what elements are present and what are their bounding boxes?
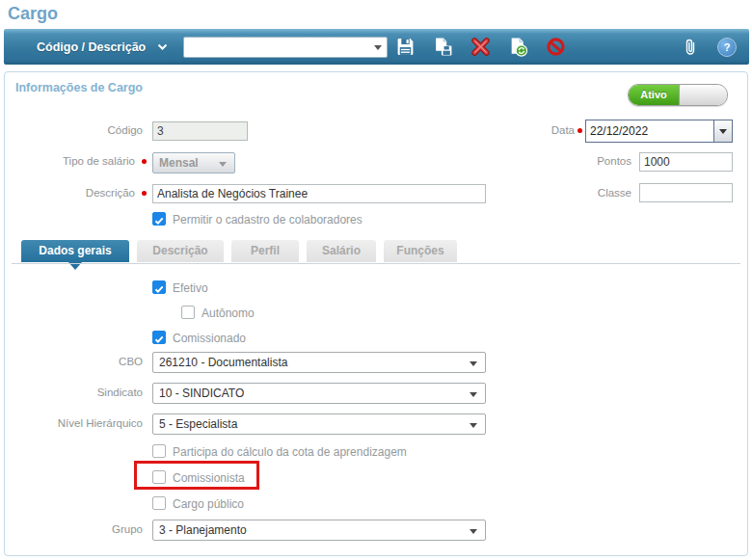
toggle-label: Ativo — [629, 85, 679, 105]
data-label: Data — [501, 124, 575, 136]
sindicato-value: 10 - SINDICATO — [159, 387, 244, 400]
delete-x-icon — [470, 37, 491, 57]
participa-cota-checkbox[interactable] — [152, 444, 166, 458]
tab-dados-gerais[interactable]: Dados gerais — [21, 240, 129, 262]
attachment-button[interactable] — [680, 37, 701, 58]
tipo-salario-label: Tipo de salário — [19, 155, 135, 167]
efetivo-checkbox[interactable] — [152, 280, 166, 294]
save-button[interactable] — [394, 37, 416, 58]
tipo-salario-select[interactable]: Mensal — [152, 152, 235, 173]
comissionado-checkbox[interactable] — [152, 331, 166, 344]
page-title: Cargo — [8, 4, 58, 24]
dropdown-arrow-icon — [470, 423, 477, 428]
cbo-label: CBO — [19, 356, 143, 367]
tab-descricao[interactable]: Descrição — [137, 240, 224, 262]
combobox-arrow-icon[interactable] — [374, 45, 382, 50]
classe-label: Classe — [521, 187, 631, 199]
help-button[interactable]: ? — [716, 37, 738, 58]
required-dot — [142, 159, 147, 164]
save-icon — [395, 37, 416, 57]
filter-mode-button[interactable]: Código / Descrição — [37, 40, 168, 54]
grupo-value: 3 - Planejamento — [159, 523, 247, 537]
pontos-input[interactable] — [639, 152, 733, 172]
grupo-label: Grupo — [19, 523, 143, 535]
panel-title: Informações de Cargo — [15, 81, 143, 94]
autonomo-checkbox[interactable] — [181, 306, 195, 319]
permitir-cadastro-checkbox[interactable] — [152, 212, 166, 226]
tab-bar: Dados gerais Descrição Perfil Salário Fu… — [21, 240, 457, 262]
chevron-down-icon — [157, 40, 168, 54]
check-icon — [153, 333, 165, 345]
descricao-input[interactable] — [152, 184, 486, 203]
save-as-icon — [433, 37, 453, 57]
dropdown-arrow-icon — [470, 392, 477, 397]
autonomo-label: Autônomo — [201, 307, 255, 320]
toggle-knob[interactable] — [679, 85, 727, 105]
cbo-select[interactable]: 261210 - Documentalista — [152, 352, 486, 373]
tab-divider — [12, 263, 740, 264]
sindicato-label: Sindicato — [19, 387, 143, 398]
nivel-hierarquico-label: Nível Hierárquico — [19, 417, 143, 429]
dropdown-arrow-icon — [470, 529, 477, 534]
block-icon — [546, 37, 566, 57]
comissionado-label: Comissionado — [173, 332, 246, 345]
comissionista-checkbox[interactable] — [152, 470, 166, 484]
check-icon — [153, 283, 165, 295]
tipo-salario-value: Mensal — [159, 156, 199, 170]
permitir-cadastro-label: Permitir o cadastro de colaboradores — [173, 213, 363, 227]
dropdown-arrow-icon — [470, 361, 477, 366]
filter-mode-label: Código / Descrição — [37, 40, 146, 54]
cargo-window: Cargo Código / Descrição — [0, 0, 752, 560]
classe-input[interactable] — [639, 183, 733, 202]
nivel-hierarquico-select[interactable]: 5 - Especialista — [152, 413, 486, 435]
document-refresh-icon — [508, 37, 528, 57]
date-combobox[interactable] — [585, 120, 733, 143]
date-input[interactable] — [586, 120, 713, 142]
active-toggle[interactable]: Ativo — [628, 84, 728, 106]
efetivo-label: Efetivo — [173, 281, 208, 295]
toolbar: Código / Descrição — [4, 29, 749, 65]
codigo-input[interactable] — [152, 121, 248, 141]
check-icon — [153, 215, 165, 227]
question-mark-icon: ? — [717, 38, 737, 57]
search-combobox[interactable] — [183, 37, 388, 58]
codigo-label: Código — [19, 124, 143, 136]
nivel-hierarquico-value: 5 - Especialista — [159, 417, 237, 431]
search-input[interactable] — [183, 37, 388, 58]
delete-button[interactable] — [470, 37, 491, 58]
descricao-label: Descrição — [19, 187, 135, 199]
tab-salario[interactable]: Salário — [307, 240, 376, 262]
dropdown-arrow-icon — [219, 162, 227, 167]
tab-funcoes[interactable]: Funções — [384, 240, 457, 262]
tab-perfil[interactable]: Perfil — [231, 240, 299, 262]
cargo-publico-checkbox[interactable] — [152, 496, 166, 510]
save-as-button[interactable] — [432, 37, 453, 58]
sindicato-select[interactable]: 10 - SINDICATO — [152, 383, 486, 404]
participa-cota-label: Participa do cálculo da cota de aprendiz… — [173, 445, 407, 459]
comissionista-label: Comissionista — [173, 471, 245, 485]
grupo-select[interactable]: 3 - Planejamento — [152, 520, 486, 541]
cancel-button[interactable] — [545, 37, 566, 58]
cbo-value: 261210 - Documentalista — [159, 356, 287, 369]
required-dot — [577, 128, 582, 133]
reload-record-button[interactable] — [507, 37, 528, 58]
date-dropdown-button[interactable] — [713, 120, 732, 142]
info-panel — [4, 71, 748, 556]
cargo-publico-label: Cargo público — [173, 497, 244, 511]
required-dot — [142, 191, 147, 196]
pontos-label: Pontos — [521, 155, 631, 167]
paperclip-icon — [681, 38, 700, 57]
dropdown-arrow-icon — [719, 129, 727, 134]
